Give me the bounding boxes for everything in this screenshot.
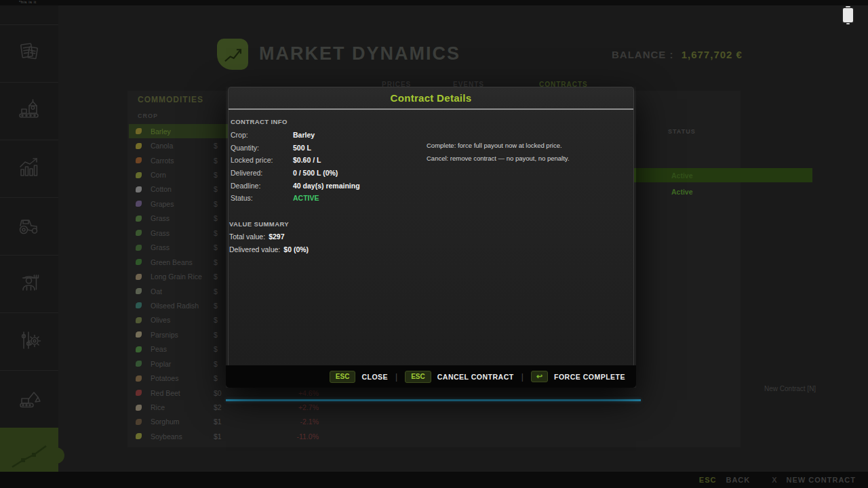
crop-icon (136, 361, 142, 367)
contract-info-row: Crop:Barley (231, 129, 430, 142)
crop-name: Oat (151, 287, 214, 296)
contract-details-modal: Contract Details CONTRACT INFO Crop:Barl… (226, 87, 636, 388)
crop-icon (136, 143, 142, 149)
modal-notes: Complete: force full payout now at locke… (427, 140, 570, 165)
crop-icon (136, 172, 142, 178)
value-summary-row: Delivered value:$0 (0%) (229, 243, 309, 256)
crop-name: Rice (151, 403, 214, 411)
crop-icon (136, 433, 142, 439)
crop-icon (136, 405, 142, 411)
balance-display: BALANCE : 1,677,702 € (612, 49, 743, 60)
crop-name: Corn (151, 171, 214, 179)
contracts-papers-icon (16, 39, 43, 68)
value-summary-title: VALUE SUMMARY (229, 218, 309, 230)
status-column-header: STATUS (668, 128, 696, 135)
info-value: Barley (293, 131, 315, 139)
sidebar (0, 5, 58, 472)
crop-name: Red Beet (151, 389, 214, 397)
commodity-row[interactable]: Red Beet $0 +4.6% (129, 386, 326, 400)
vehicles-icon (16, 211, 43, 241)
crop-name: Grapes (151, 200, 214, 208)
action-label: CANCEL CONTRACT (437, 373, 514, 381)
esc-key-hint: ESC (330, 371, 356, 383)
crop-name: Canola (151, 142, 214, 150)
settings-icon (16, 327, 43, 357)
commodity-row[interactable]: Rice $2 +2.7% (129, 400, 326, 414)
close-button[interactable]: ESCCLOSE (330, 371, 388, 383)
crop-icon (136, 375, 142, 382)
new-contract-button[interactable]: NEW CONTRACT (787, 476, 856, 484)
info-value: $0.60 / L (293, 156, 321, 164)
crop-change: -11.0% (254, 432, 326, 441)
contract-info-row: Quantity:500 L (231, 142, 430, 155)
balance-value: 1,677,702 € (682, 49, 743, 60)
contract-status: Active (671, 171, 693, 180)
contract-info-row: Locked price:$0.60 / L (231, 154, 430, 167)
sidebar-item-vehicles[interactable] (0, 197, 58, 255)
new-contract-hint: New Contract [N] (764, 385, 816, 392)
crop-column-header: CROP (138, 113, 158, 119)
force-complete-button[interactable]: ↩FORCE COMPLETE (531, 371, 625, 382)
action-label: CLOSE (361, 373, 388, 381)
enter-key-icon: ↩ (531, 371, 548, 382)
contract-status: Active (671, 188, 693, 196)
crop-name: Carrots (151, 157, 214, 165)
crop-name: Parsnips (151, 331, 214, 339)
modal-note: Complete: force full payout now at locke… (427, 140, 570, 152)
farmer-icon (16, 269, 43, 299)
statistics-icon (16, 154, 43, 184)
sidebar-item-construction[interactable] (0, 370, 58, 428)
value-summary-row: Total value:$297 (229, 230, 309, 243)
modal-title: Contract Details (391, 92, 472, 104)
crop-change: +2.7% (254, 403, 326, 411)
cancel-contract-button[interactable]: ESCCANCEL CONTRACT (405, 371, 513, 383)
market-dynamics-icon (5, 434, 53, 476)
modal-footer: ESCCLOSE|ESCCANCEL CONTRACT|↩FORCE COMPL… (226, 365, 636, 388)
corner-watermark-text: *his is it (19, 0, 37, 4)
crop-name: Barley (151, 127, 214, 136)
crop-icon (136, 346, 142, 352)
commodity-row[interactable]: Sorghum $1 -2.1% (129, 415, 326, 429)
contract-info-row: Status:ACTIVE (231, 192, 430, 205)
crop-icon (136, 201, 142, 207)
sidebar-item-statistics[interactable] (0, 140, 58, 197)
back-key-hint[interactable]: ESC (699, 476, 717, 484)
crop-icon (136, 317, 142, 323)
commodity-row[interactable]: Soybeans $1 -11.0% (129, 429, 326, 443)
crop-change: -2.1% (254, 418, 326, 426)
contract-info-section-label: CONTRACT INFO (231, 118, 288, 125)
crop-name: Olives (151, 316, 214, 324)
footer-divider: | (521, 372, 524, 382)
esc-key-hint: ESC (405, 371, 431, 383)
crop-icon (136, 157, 142, 163)
crop-price: $0 (214, 389, 254, 397)
selection-underline (226, 399, 641, 401)
back-button[interactable]: BACK (726, 476, 750, 484)
crop-icon (136, 186, 142, 192)
crop-name: Sorghum (151, 418, 214, 426)
info-label: Quantity: (231, 144, 293, 152)
market-dynamics-logo-icon (217, 39, 248, 70)
value-summary: VALUE SUMMARY Total value:$297Delivered … (229, 218, 309, 256)
info-value: 0 / 500 L (0%) (293, 169, 338, 177)
crop-icon (136, 259, 142, 265)
new-contract-key-hint[interactable]: X (772, 476, 776, 484)
info-value: 40 day(s) remaining (293, 182, 360, 190)
contract-info-rows: Crop:BarleyQuantity:500 LLocked price:$0… (231, 129, 430, 205)
crop-icon (136, 302, 142, 308)
contract-info-row: Deadline:40 day(s) remaining (231, 179, 430, 192)
crop-price: $1 (214, 418, 254, 426)
crop-name: Potatoes (151, 374, 214, 382)
footer-divider: | (395, 372, 397, 382)
crop-name: Poplar (151, 360, 214, 368)
sidebar-item-settings[interactable] (0, 312, 58, 370)
bottom-bar: ESC BACK X NEW CONTRACT (0, 472, 868, 488)
sidebar-item-farmer[interactable] (0, 255, 58, 312)
modal-panel: Contract Details CONTRACT INFO Crop:Barl… (228, 87, 634, 365)
crop-name: Peas (151, 345, 214, 353)
battery-icon (843, 8, 853, 22)
crop-name: Grass (151, 214, 214, 222)
sidebar-item-contracts-papers[interactable] (0, 24, 58, 82)
sidebar-item-production[interactable] (0, 82, 58, 140)
crop-name: Green Beans (151, 258, 214, 266)
